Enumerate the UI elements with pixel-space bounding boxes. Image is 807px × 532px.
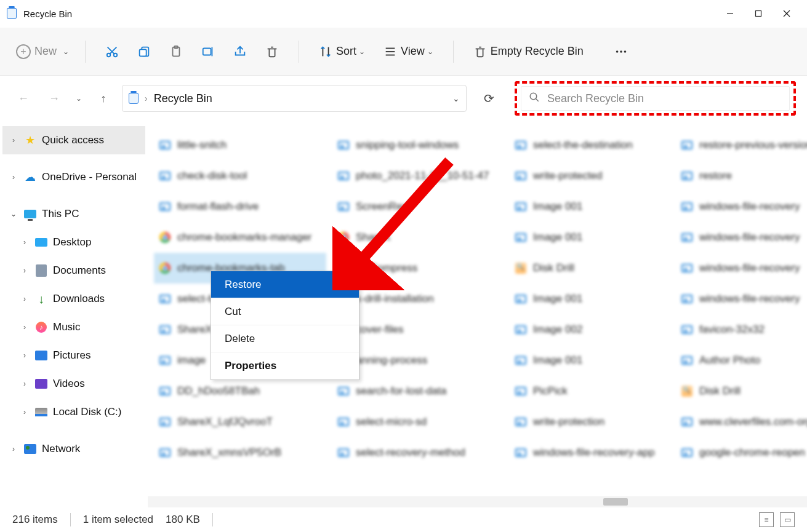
svg-point-20 [530,93,537,100]
file-name: photo_2021-11-1__10-51-47 [356,170,489,182]
file-icon [159,170,171,182]
file-item[interactable]: photo_2021-11-1__10-51-47 [332,161,505,191]
tree-music[interactable]: ›♪Music [2,313,145,341]
file-name: DD_hDoo58TBah [177,385,260,397]
file-item[interactable]: ShareX [332,222,505,253]
chevron-down-icon[interactable]: ⌄ [9,210,18,218]
file-name: Image 001 [533,293,582,305]
file-item[interactable]: ShareX_LqfJQvrooT [154,407,326,437]
new-button[interactable]: + New ⌄ [12,44,73,59]
file-item[interactable]: windows-file-recovery [676,284,807,314]
context-cut[interactable]: Cut [211,298,359,325]
file-name: ShareX_xmnsVP5OrB [177,447,281,459]
tree-local-disk[interactable]: ›Local Disk (C:) [2,398,145,426]
sort-button[interactable]: Sort ⌄ [311,38,372,65]
minimize-button[interactable] [716,1,744,26]
tree-downloads[interactable]: ›↓Downloads [2,285,145,313]
address-bar[interactable]: › Recycle Bin ⌄ [122,85,467,112]
tree-network[interactable]: › Network [2,435,145,463]
file-icon [337,139,350,151]
context-properties[interactable]: Properties [211,352,359,379]
file-item[interactable]: restore-previous-version [676,130,807,161]
sort-label: Sort [336,45,356,58]
paste-button[interactable] [162,38,190,65]
file-item[interactable]: little-snitch [154,130,326,161]
chevron-right-icon[interactable]: › [9,445,18,453]
chevron-down-icon[interactable]: ⌄ [452,93,460,103]
file-item[interactable]: Image 001 [510,345,682,376]
view-button[interactable]: View ⌄ [376,38,441,65]
file-item[interactable]: select-recovery-method [332,437,505,468]
file-item[interactable]: write-protection [510,407,682,437]
file-item[interactable]: Disk Drill [676,376,807,407]
file-item[interactable]: Image 001 [510,222,682,253]
back-button[interactable]: ← [11,86,36,111]
file-item[interactable]: Image 001 [510,284,682,314]
tree-pictures[interactable]: ›Pictures [2,341,145,370]
chevron-right-icon[interactable]: › [9,136,18,145]
tree-this-pc[interactable]: ⌄ This PC [2,200,145,228]
chevron-down-icon: ⌄ [427,47,433,56]
file-icon [337,170,350,182]
file-item[interactable]: Author Photo [676,345,807,376]
share-button[interactable] [226,38,254,65]
details-view-button[interactable]: ≡ [759,512,774,527]
tree-documents[interactable]: ›Documents [2,256,145,285]
breadcrumb-location[interactable]: Recycle Bin [154,92,212,105]
copy-button[interactable] [130,38,158,65]
file-item[interactable]: ScreenRec [332,191,505,222]
file-item[interactable]: restore [676,161,807,191]
up-button[interactable]: ↑ [91,86,116,111]
history-dropdown[interactable]: ⌄ [73,94,85,103]
file-item[interactable]: DD_hDoo58TBah [154,376,326,407]
empty-recycle-bin-button[interactable]: Empty Recycle Bin [466,38,591,65]
file-name: google-chrome-reopen [699,447,805,459]
forward-button[interactable]: → [42,86,66,111]
file-item[interactable]: snipping-tool-windows [332,130,505,161]
file-item[interactable]: www.cleverfiles.com-org [676,407,807,437]
file-item[interactable]: google-chrome-reopen [676,437,807,468]
refresh-button[interactable]: ⟳ [476,86,501,111]
chevron-right-icon[interactable]: › [9,173,18,181]
tree-videos[interactable]: ›Videos [2,370,145,398]
context-restore[interactable]: Restore [211,271,359,298]
file-icon [681,354,693,367]
file-icon [681,416,693,428]
file-item[interactable]: ShareX_xmnsVP5OrB [154,437,326,468]
file-item[interactable]: format-flash-drive [154,191,326,222]
more-button[interactable] [607,38,635,65]
tree-quick-access[interactable]: › ★ Quick access [2,126,145,154]
horizontal-scrollbar[interactable] [148,496,807,507]
file-icon [337,385,350,397]
file-item[interactable]: select-the-destination [510,130,682,161]
file-item[interactable]: windows-file-recovery [676,253,807,284]
maximize-button[interactable] [744,1,773,26]
file-item[interactable]: Disk Drill [510,253,682,284]
tree-onedrive[interactable]: › ☁ OneDrive - Personal [2,163,145,191]
svg-rect-9 [140,49,147,56]
file-item[interactable]: favicon-32x32 [676,314,807,345]
tree-desktop[interactable]: ›Desktop [2,228,145,256]
file-item[interactable]: check-disk-tool [154,161,326,191]
file-item[interactable]: Image 001 [510,191,682,222]
file-item[interactable]: write-protected [510,161,682,191]
file-item[interactable]: chrome-bookmarks-manager [154,222,326,253]
context-delete[interactable]: Delete [211,325,359,352]
file-item[interactable]: Image 002 [510,314,682,345]
file-item[interactable]: PicPick [510,376,682,407]
delete-button[interactable] [258,38,286,65]
file-item[interactable]: windows-file-recovery [676,222,807,253]
rename-button[interactable] [194,38,222,65]
close-button[interactable] [773,1,801,26]
file-item[interactable]: windows-file-recovery [676,191,807,222]
cut-button[interactable] [98,38,126,65]
scrollbar-thumb[interactable] [603,498,628,506]
file-item[interactable]: search-for-lost-data [332,376,505,407]
recycle-bin-icon [6,8,17,19]
file-item[interactable]: windows-file-recovery-app [510,437,682,468]
file-icon [159,447,171,459]
status-size: 180 KB [166,514,200,526]
thumbnails-view-button[interactable]: ▭ [780,512,795,527]
search-input[interactable]: Search Recycle Bin [521,86,790,111]
file-item[interactable]: select-micro-sd [332,407,505,437]
